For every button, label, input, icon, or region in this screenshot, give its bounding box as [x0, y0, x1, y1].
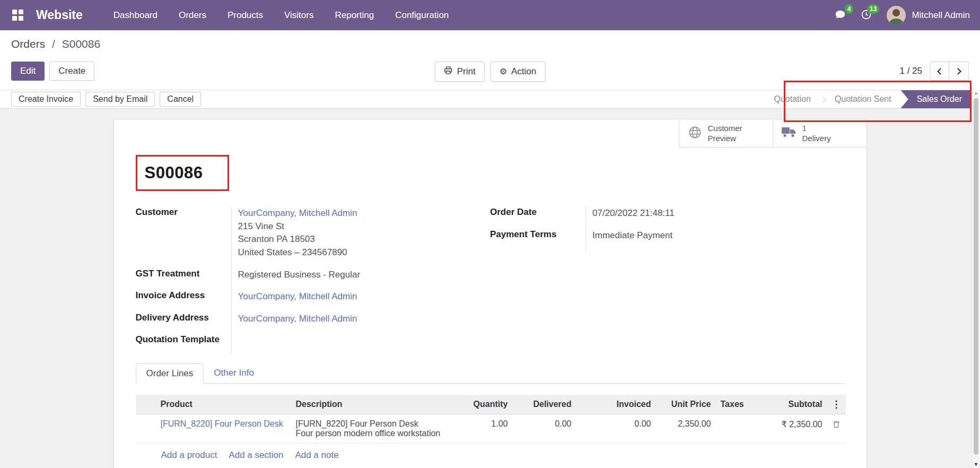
- edit-button[interactable]: Edit: [11, 62, 45, 81]
- status-step-quotation[interactable]: Quotation: [764, 90, 820, 108]
- cancel-button[interactable]: Cancel: [160, 92, 201, 106]
- delivered-cell: 0.00: [513, 414, 576, 444]
- customer-link[interactable]: YourCompany, Mitchell Admin: [238, 208, 357, 218]
- notebook-tabs: Order Lines Other Info: [136, 363, 845, 384]
- user-avatar: [887, 6, 906, 25]
- add-a-product-link[interactable]: Add a product: [161, 450, 217, 461]
- delivery-address-value: YourCompany, Mitchell Admin: [231, 313, 491, 335]
- menu-item-dashboard[interactable]: Dashboard: [103, 0, 168, 30]
- scroll-down-arrow-icon[interactable]: ▼: [972, 462, 980, 467]
- column-header-invoiced[interactable]: Invoiced: [594, 395, 656, 414]
- column-header-delivered[interactable]: Delivered: [513, 395, 576, 414]
- order-lines-table: Product Description Quantity Delivered I…: [136, 395, 846, 444]
- column-header-quantity[interactable]: Quantity: [450, 395, 513, 414]
- scrollbar-thumb[interactable]: [974, 98, 978, 455]
- breadcrumb: Orders / S00086: [0, 30, 980, 57]
- app-name[interactable]: Website: [36, 8, 83, 22]
- control-panel-left: Edit Create: [11, 62, 94, 81]
- add-a-note-link[interactable]: Add a note: [295, 450, 338, 461]
- pager-previous-button[interactable]: [930, 62, 949, 81]
- menu-item-visitors[interactable]: Visitors: [274, 0, 324, 30]
- form-sheet: Customer Preview 1 Delivery S00086: [113, 119, 867, 468]
- action-button[interactable]: ⚙ Action: [491, 62, 546, 82]
- spacer-cell: [576, 414, 594, 444]
- action-button-label: Action: [511, 66, 536, 77]
- menu-item-orders[interactable]: Orders: [168, 0, 217, 30]
- order-line-row[interactable]: [FURN_8220] Four Person Desk [FURN_8220]…: [136, 414, 846, 444]
- chevron-right-icon: [955, 68, 961, 75]
- breadcrumb-current: S00086: [62, 38, 100, 50]
- systray: 4 13 Mitchell Admin: [829, 6, 970, 25]
- quotation-template-value: [231, 334, 491, 354]
- column-spacer: [576, 395, 594, 414]
- order-lines-header-row: Product Description Quantity Delivered I…: [136, 395, 846, 414]
- menu-item-products[interactable]: Products: [217, 0, 274, 30]
- create-invoice-button[interactable]: Create Invoice: [11, 92, 81, 106]
- customer-address-city: Scranton PA 18503: [238, 233, 485, 246]
- user-menu[interactable]: Mitchell Admin: [887, 6, 970, 25]
- gear-icon: ⚙: [500, 67, 507, 76]
- menu-item-reporting[interactable]: Reporting: [324, 0, 384, 30]
- column-header-taxes[interactable]: Taxes: [716, 395, 747, 414]
- delivery-stat-label: 1 Delivery: [802, 123, 831, 144]
- user-name: Mitchell Admin: [912, 10, 970, 21]
- messages-button[interactable]: 4: [829, 6, 851, 25]
- customer-field-label: Customer: [136, 207, 231, 268]
- column-header-unit-price[interactable]: Unit Price: [656, 395, 716, 414]
- column-header-subtotal[interactable]: Subtotal: [747, 395, 827, 414]
- quantity-cell: 1.00: [450, 414, 513, 444]
- pager-count: 1 / 25: [899, 66, 922, 76]
- column-header-product[interactable]: Product: [156, 395, 291, 414]
- field-group-left: Customer YourCompany, Mitchell Admin 215…: [136, 207, 491, 354]
- add-a-section-link[interactable]: Add a section: [229, 450, 283, 461]
- apps-menu-button[interactable]: [10, 7, 25, 23]
- chat-bubble-icon: [835, 9, 846, 22]
- tab-order-lines[interactable]: Order Lines: [136, 363, 204, 384]
- status-step-quotation-sent[interactable]: Quotation Sent: [825, 90, 901, 108]
- taxes-cell: [716, 414, 747, 444]
- delivery-count: 1: [802, 123, 831, 134]
- customer-preview-stat-button[interactable]: Customer Preview: [679, 119, 773, 148]
- breadcrumb-separator: /: [52, 38, 55, 50]
- breadcrumb-orders-link[interactable]: Orders: [11, 38, 45, 50]
- drag-handle-cell[interactable]: [136, 414, 156, 444]
- pager-next-button[interactable]: [949, 62, 969, 81]
- statusbar: Create Invoice Send by Email Cancel Quot…: [0, 90, 980, 109]
- field-group-right: Order Date 07/20/2022 21:48:11 Payment T…: [490, 207, 845, 354]
- payment-terms-label: Payment Terms: [490, 229, 585, 252]
- product-link[interactable]: [FURN_8220] Four Person Desk: [161, 419, 283, 428]
- printer-icon: [444, 66, 453, 77]
- tab-other-info[interactable]: Other Info: [204, 363, 264, 383]
- column-options-kebab-icon[interactable]: ⋮: [827, 395, 846, 414]
- send-by-email-button[interactable]: Send by Email: [85, 92, 155, 106]
- menu-item-configuration[interactable]: Configuration: [384, 0, 459, 30]
- delete-line-button[interactable]: [827, 414, 846, 444]
- messages-badge: 4: [845, 4, 854, 14]
- status-step-sales-order[interactable]: Sales Order: [901, 90, 972, 108]
- truck-icon: [782, 126, 797, 140]
- invoice-address-label: Invoice Address: [136, 290, 231, 313]
- payment-terms-value: Immediate Payment: [585, 229, 845, 252]
- chevron-left-icon: [937, 68, 944, 75]
- line-footer-links: Add a product Add a section Add a note: [114, 444, 867, 461]
- print-button[interactable]: Print: [435, 62, 485, 82]
- column-header-description[interactable]: Description: [291, 395, 450, 414]
- drag-handle-column-header: [136, 395, 156, 414]
- order-date-label: Order Date: [490, 207, 585, 229]
- content-area: Customer Preview 1 Delivery S00086: [0, 109, 980, 468]
- vertical-scrollbar[interactable]: ▲ ▼: [972, 90, 980, 468]
- invoice-address-link[interactable]: YourCompany, Mitchell Admin: [238, 291, 357, 301]
- quotation-template-label: Quotation Template: [136, 334, 231, 354]
- subtotal-cell: ₹ 2,350.00: [747, 414, 827, 444]
- delivery-address-link[interactable]: YourCompany, Mitchell Admin: [238, 314, 357, 324]
- description-line1: [FURN_8220] Four Person Desk: [296, 419, 445, 429]
- create-button[interactable]: Create: [49, 62, 94, 81]
- activities-button[interactable]: 13: [855, 6, 877, 25]
- delivery-stat-button[interactable]: 1 Delivery: [773, 119, 867, 148]
- activities-badge: 13: [867, 4, 879, 14]
- scroll-up-arrow-icon[interactable]: ▲: [972, 91, 980, 96]
- unit-price-cell: 2,350.00: [656, 414, 716, 444]
- field-groups: Customer YourCompany, Mitchell Admin 215…: [114, 191, 867, 354]
- control-panel-center: Print ⚙ Action: [435, 62, 546, 82]
- invoiced-cell: 0.00: [594, 414, 656, 444]
